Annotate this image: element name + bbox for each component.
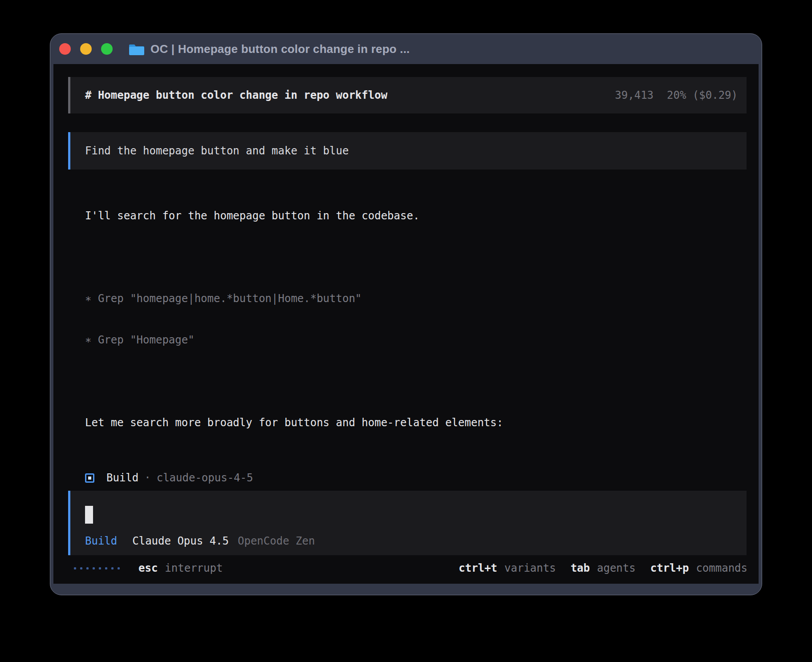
- blank-line: [85, 581, 696, 595]
- blank-line: [85, 457, 696, 471]
- user-message-text: Find the homepage button and make it blu…: [85, 144, 349, 158]
- session-stats: 39,413 20% ($0.29): [615, 89, 738, 102]
- agent-task-model: claude-opus-4-5: [157, 471, 253, 485]
- session-title: # Homepage button color change in repo w…: [85, 89, 387, 102]
- shortcut-key: tab: [571, 561, 590, 575]
- esc-label: interrupt: [165, 561, 223, 575]
- folder-icon: [129, 43, 144, 55]
- active-agent[interactable]: Build: [85, 534, 117, 548]
- terminal-window: OC | Homepage button color change in rep…: [50, 33, 762, 595]
- context-usage: 20% ($0.29): [667, 89, 738, 102]
- task-square-icon: [85, 473, 94, 483]
- agent-task-name: Build: [106, 471, 138, 485]
- input-status-line: Build Claude Opus 4.5 OpenCode Zen: [85, 534, 315, 548]
- blank-line: [85, 375, 696, 388]
- shortcut-label: commands: [696, 561, 747, 575]
- text-cursor[interactable]: [85, 506, 93, 524]
- shortcut-label: agents: [597, 561, 636, 575]
- shortcut-key: ctrl+t: [459, 561, 497, 575]
- shortcut-agents: tab agents: [571, 561, 636, 575]
- shortcut-hints: ctrl+t variants tab agents ctrl+p comman…: [459, 561, 747, 575]
- status-bar: esc interrupt ctrl+t variants tab agents…: [74, 561, 747, 575]
- user-message: Find the homepage button and make it blu…: [68, 132, 747, 170]
- shortcut-label: variants: [504, 561, 556, 575]
- tool-call-grep: ∗ Grep "homepage|home.*button|Home.*butt…: [85, 292, 696, 306]
- assistant-text-line: Let me search more broadly for buttons a…: [85, 416, 696, 430]
- minimize-button[interactable]: [80, 43, 92, 55]
- prompt-input[interactable]: Build Claude Opus 4.5 OpenCode Zen: [68, 491, 747, 555]
- agent-task-row: Build · claude-opus-4-5: [85, 471, 253, 485]
- esc-key-hint: esc: [138, 561, 158, 575]
- title-bar[interactable]: OC | Homepage button color change in rep…: [50, 34, 762, 64]
- zoom-button[interactable]: [101, 43, 113, 55]
- terminal-content: # Homepage button color change in repo w…: [53, 64, 759, 584]
- blank-line: [85, 250, 696, 264]
- shortcut-commands: ctrl+p commands: [650, 561, 747, 575]
- shortcut-key: ctrl+p: [650, 561, 689, 575]
- close-button[interactable]: [59, 43, 71, 55]
- working-spinner-icon: [74, 567, 120, 569]
- tool-call-grep: ∗ Grep "Homepage": [85, 333, 696, 347]
- window-title: OC | Homepage button color change in rep…: [150, 42, 410, 56]
- separator-dot: ·: [144, 471, 150, 485]
- assistant-text-line: I'll search for the homepage button in t…: [85, 209, 696, 223]
- active-model[interactable]: Claude Opus 4.5: [132, 534, 229, 548]
- shortcut-variants: ctrl+t variants: [459, 561, 556, 575]
- model-provider: OpenCode Zen: [238, 534, 315, 548]
- session-header: # Homepage button color change in repo w…: [68, 77, 747, 113]
- token-count: 39,413: [615, 89, 654, 102]
